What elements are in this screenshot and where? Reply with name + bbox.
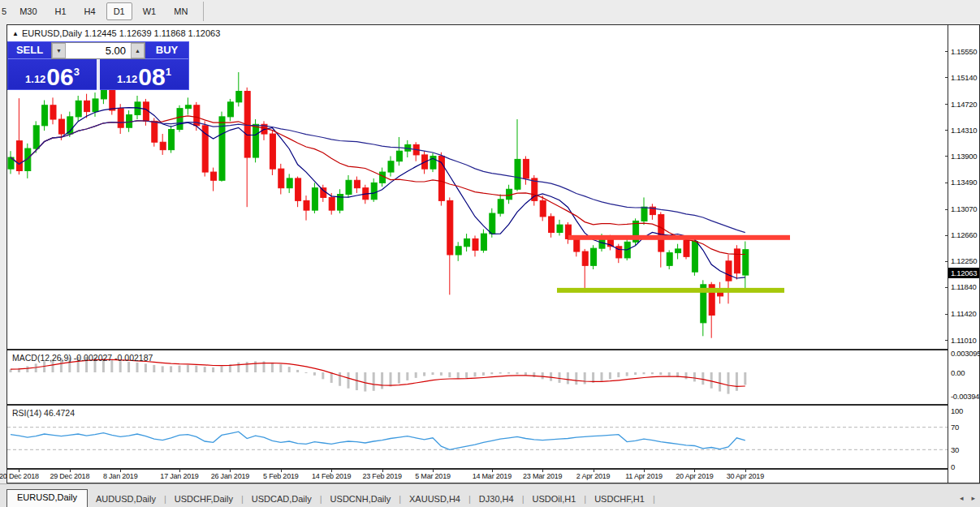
- price-axis-tick: [945, 235, 948, 236]
- macd-histogram-bar: [330, 372, 333, 383]
- price-axis-tick: [945, 340, 948, 341]
- date-label: 29 Dec 2018: [50, 472, 89, 480]
- candle-body: [177, 109, 183, 130]
- collapse-panel-icon[interactable]: ▲: [12, 30, 19, 37]
- macd-histogram-bar: [381, 372, 383, 389]
- trading-platform-window: 5M30H1H4D1W1MN ▲ EURUSD,Daily 1.12445 1.…: [0, 0, 980, 507]
- tab-dj30-h4[interactable]: DJ30,H4: [471, 492, 522, 507]
- macd-histogram-bar: [542, 372, 544, 379]
- tab-audusd-daily[interactable]: AUDUSD,Daily: [88, 492, 164, 507]
- macd-axis-label: 0.003095: [951, 349, 980, 358]
- candle-body: [447, 200, 453, 255]
- candle-body: [33, 126, 39, 148]
- candle-body: [515, 159, 520, 189]
- price-axis-label: 1.13490: [951, 178, 977, 187]
- date-label: 8 Jan 2019: [103, 472, 138, 480]
- sell-price-big: 06: [46, 67, 73, 88]
- timeframe-button-mn[interactable]: MN: [166, 2, 195, 20]
- candle-body: [346, 180, 352, 194]
- tab-eurusd-daily[interactable]: EURUSD,Daily: [6, 489, 88, 507]
- timeframe-button-d1[interactable]: D1: [106, 2, 132, 20]
- tab-usdcad-daily[interactable]: USDCAD,Daily: [244, 492, 320, 507]
- tab-usdchf-h1[interactable]: USDCHF,H1: [586, 492, 653, 507]
- macd-histogram-bar: [212, 367, 214, 372]
- price-axis-label: 1.14310: [951, 126, 977, 135]
- price-axis[interactable]: 1.155501.151401.147201.143101.139001.134…: [948, 25, 979, 483]
- tab-xauusd-h4[interactable]: XAUUSD,H4: [401, 492, 468, 507]
- timeframe-button-5[interactable]: 5: [0, 2, 9, 20]
- tab-scroll-right-icon[interactable]: ▸: [971, 494, 975, 502]
- timeframe-button-m30[interactable]: M30: [12, 2, 44, 20]
- date-label: 17 Jan 2019: [160, 472, 198, 480]
- macd-histogram-bar: [373, 372, 375, 391]
- candle-body: [50, 105, 56, 119]
- macd-histogram-bar: [153, 365, 155, 372]
- volume-spinner: ▼ 5.00 ▲: [51, 42, 145, 59]
- macd-histogram-bar: [127, 362, 130, 372]
- main-chart-panel[interactable]: ▲ EURUSD,Daily 1.12445 1.12639 1.11868 1…: [7, 25, 948, 349]
- price-axis-label: 1.12250: [951, 256, 977, 265]
- price-axis-tick: [945, 130, 948, 131]
- date-label: 23 Feb 2019: [362, 472, 401, 480]
- rsi-axis-label: 100: [951, 406, 963, 415]
- price-axis-label: 1.14720: [951, 100, 977, 109]
- macd-histogram-bar: [617, 372, 620, 377]
- macd-histogram-bar: [744, 372, 746, 385]
- candle-body: [84, 101, 90, 111]
- price-axis-label: 1.15550: [951, 47, 977, 56]
- tab-usdchf-daily[interactable]: USDCHF,Daily: [166, 492, 241, 507]
- timeframe-button-w1[interactable]: W1: [136, 2, 164, 20]
- macd-indicator-panel[interactable]: MACD(12,26,9) -0.002027 -0.002187: [7, 350, 948, 404]
- candle-body: [726, 261, 732, 281]
- macd-histogram-bar: [187, 365, 189, 372]
- candle-body: [582, 251, 588, 265]
- tab-usdcnh-daily[interactable]: USDCNH,Daily: [322, 492, 399, 507]
- price-axis-label: 1.13070: [951, 204, 977, 213]
- buy-button[interactable]: BUY: [145, 42, 188, 59]
- tab-scroll-left-icon[interactable]: ◂: [960, 494, 964, 502]
- date-label: 5 Feb 2019: [263, 472, 299, 480]
- chart-window: ▲ EURUSD,Daily 1.12445 1.12639 1.11868 1…: [6, 24, 980, 483]
- macd-histogram-bar: [490, 372, 493, 374]
- date-axis[interactable]: 20 Dec 201829 Dec 20188 Jan 201917 Jan 2…: [7, 470, 948, 483]
- moving-average-line: [11, 108, 745, 278]
- candle-body: [312, 188, 317, 210]
- macd-histogram-bar: [626, 372, 628, 376]
- rsi-line: [11, 432, 745, 449]
- macd-histogram-bar: [339, 372, 341, 386]
- current-price-marker: 1.12063: [948, 268, 979, 278]
- tab-usdoil-h1[interactable]: USDOil,H1: [525, 492, 585, 507]
- macd-histogram-bar: [601, 372, 603, 381]
- macd-histogram-bar: [246, 362, 248, 372]
- candle-body: [127, 115, 132, 128]
- price-axis-tick: [945, 51, 948, 52]
- price-axis-tick: [945, 209, 948, 210]
- candle-body: [549, 217, 555, 233]
- rsi-indicator-panel[interactable]: RSI(14) 46.4724: [7, 406, 948, 468]
- timeframe-button-h1[interactable]: H1: [48, 2, 74, 20]
- candle-body: [110, 89, 115, 110]
- volume-decrease-button[interactable]: ▼: [52, 43, 66, 58]
- macd-histogram-bar: [448, 372, 451, 377]
- sell-price-prefix: 1.12: [25, 71, 45, 88]
- date-label: 20 Dec 2018: [0, 472, 39, 480]
- sell-price-box[interactable]: 1.12 06 3: [8, 59, 97, 90]
- macd-histogram-bar: [204, 367, 206, 372]
- rsi-axis-label: 70: [951, 423, 959, 432]
- timeframe-button-h4[interactable]: H4: [77, 2, 103, 20]
- macd-histogram-bar: [288, 367, 291, 372]
- macd-histogram-bar: [423, 372, 425, 376]
- date-label: 30 Apr 2019: [727, 472, 764, 480]
- buy-price-box[interactable]: 1.12 08 1: [100, 59, 188, 90]
- volume-input[interactable]: 5.00: [66, 43, 131, 58]
- price-axis-label: 1.13900: [951, 152, 977, 161]
- candle-body: [354, 180, 360, 187]
- candle-body: [490, 213, 495, 234]
- candle-body: [658, 215, 664, 251]
- macd-histogram-bar: [575, 372, 577, 385]
- sell-button[interactable]: SELL: [8, 42, 51, 59]
- macd-histogram-bar: [719, 372, 721, 392]
- candle-body: [160, 142, 166, 149]
- buy-price-prefix: 1.12: [117, 71, 137, 88]
- volume-increase-button[interactable]: ▲: [131, 43, 145, 58]
